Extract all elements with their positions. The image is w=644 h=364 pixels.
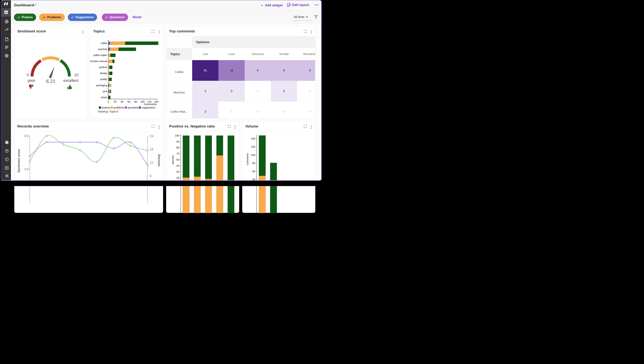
svg-text:20: 20 — [114, 100, 116, 103]
svg-text:Viewing "topics": Viewing "topics" — [98, 110, 119, 113]
svg-text:Records: Records — [157, 154, 161, 166]
svg-text:100: 100 — [175, 134, 179, 137]
svg-text:8.3: 8.3 — [24, 134, 28, 138]
svg-text:0: 0 — [26, 73, 29, 77]
svg-text:80: 80 — [252, 161, 255, 164]
svg-text:18: 18 — [150, 148, 153, 151]
svg-text:80: 80 — [134, 100, 137, 103]
svg-text:40: 40 — [252, 178, 255, 181]
svg-text:6: 6 — [150, 174, 151, 178]
svg-text:packaging: packaging — [96, 84, 107, 87]
svg-text:struction manual: struction manual — [90, 60, 107, 63]
svg-text:0: 0 — [108, 100, 109, 103]
svg-text:suggestions: suggestions — [142, 106, 155, 109]
svg-text:24: 24 — [150, 134, 154, 138]
svg-text:10: 10 — [74, 73, 78, 77]
svg-text:problems: problems — [114, 106, 124, 109]
svg-text:product: product — [99, 66, 107, 69]
svg-text:50: 50 — [176, 164, 179, 167]
svg-text:machine: machine — [98, 48, 107, 51]
svg-text:80: 80 — [176, 146, 179, 149]
svg-text:percent: percent — [171, 155, 174, 164]
svg-text:90: 90 — [176, 140, 179, 143]
svg-text:Sentiment score: Sentiment score — [17, 149, 20, 173]
svg-text:excellent: excellent — [64, 78, 78, 83]
svg-text:coffee: coffee — [100, 42, 107, 45]
svg-text:design: design — [100, 72, 107, 75]
svg-text:3.0: 3.0 — [24, 167, 29, 171]
svg-text:12: 12 — [150, 161, 153, 164]
svg-text:quality: quality — [100, 78, 107, 81]
svg-text:60: 60 — [127, 100, 130, 103]
svg-text:70: 70 — [176, 152, 179, 155]
svg-text:140: 140 — [251, 137, 255, 140]
svg-text:30: 30 — [176, 176, 179, 179]
svg-text:60: 60 — [252, 170, 255, 173]
svg-text:Comments: Comments — [246, 153, 249, 165]
svg-text:40: 40 — [176, 170, 179, 173]
svg-text:F: F — [6, 158, 8, 161]
svg-text:questions: questions — [128, 106, 139, 109]
svg-text:60: 60 — [176, 158, 179, 161]
svg-text:120: 120 — [251, 145, 255, 148]
svg-text:40: 40 — [120, 100, 123, 103]
svg-text:6.21: 6.21 — [46, 78, 56, 84]
svg-text:photo: photo — [101, 96, 107, 99]
svg-text:100: 100 — [251, 153, 255, 156]
svg-text:pink: pink — [103, 90, 108, 93]
svg-text:Comments: Comments — [144, 102, 156, 105]
svg-text:praises: praises — [102, 106, 110, 109]
svg-text:coffee maker: coffee maker — [93, 54, 107, 57]
svg-text:poor: poor — [28, 78, 35, 83]
